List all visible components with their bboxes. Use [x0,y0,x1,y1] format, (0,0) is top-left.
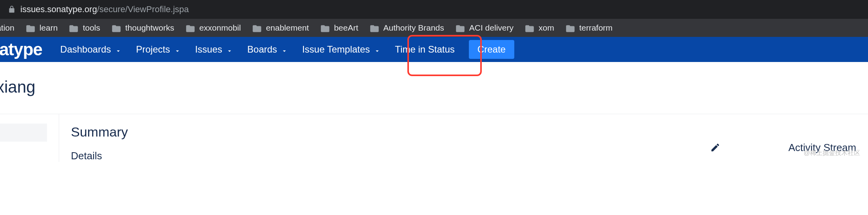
bookmark-item[interactable]: thoughtworks [111,23,174,33]
bookmark-item[interactable]: ACI delivery [455,23,514,33]
url-text[interactable]: issues.sonatype.org/secure/ViewProfile.j… [20,4,189,15]
create-button[interactable]: Create [469,40,514,59]
bookmark-label: exxonmobil [199,23,241,33]
bookmark-label: tools [83,23,100,33]
bookmark-item[interactable]: terraform [565,23,613,33]
chevron-down-icon [281,46,288,53]
nav-dashboards[interactable]: Dashboards [60,44,122,55]
folder-icon [185,24,195,32]
nav-label: Issue Templates [302,44,370,55]
url-path: /secure/ViewProfile.jspa [97,4,189,14]
nav-issues[interactable]: Issues [195,44,233,55]
bookmark-label: xom [539,23,554,33]
nav-projects[interactable]: Projects [136,44,181,55]
lock-icon [8,5,16,13]
content-row: Summary Details Activity Stream [0,114,868,162]
summary-heading: Summary [71,124,788,140]
folder-icon [320,24,330,32]
bookmark-label: ACI delivery [469,23,514,33]
bookmark-label: enablement [266,23,309,33]
nav-boards[interactable]: Boards [247,44,288,55]
pencil-icon[interactable] [710,142,720,154]
bookmark-item[interactable]: xom [524,23,554,33]
bookmark-item[interactable]: enablement [252,23,309,33]
page-body: xiang Summary Details Activity Stream @稀… [0,62,868,162]
folder-icon [69,24,79,32]
bookmark-label: thoughtworks [125,23,174,33]
bookmark-label: terraform [579,23,613,33]
nav-time-in-status[interactable]: Time in Status [395,44,455,55]
chevron-down-icon [226,46,233,53]
bookmark-label: learn [40,23,58,33]
folder-icon [25,24,36,32]
nav-label: Time in Status [395,44,455,55]
jira-nav: natype Dashboards Projects Issues Boards… [0,37,868,62]
bookmark-item[interactable]: learn [25,23,58,33]
nav-issue-templates[interactable]: Issue Templates [302,44,381,55]
bookmark-item[interactable]: Authority Brands [369,23,444,33]
bookmark-label: beeArt [334,23,358,33]
main-column: Summary Details [59,114,788,162]
folder-icon [369,24,380,32]
folder-icon [524,24,535,32]
sidebar-tab-active[interactable] [0,124,47,142]
bookmark-item[interactable]: ciation [0,23,14,33]
logo[interactable]: natype [0,40,42,59]
folder-icon [111,24,121,32]
folder-icon [565,24,575,32]
chevron-down-icon [174,46,181,53]
bookmark-label: ciation [0,23,14,33]
details-heading: Details [71,150,788,162]
bookmark-item[interactable]: exxonmobil [185,23,241,33]
nav-label: Boards [247,44,277,55]
nav-label: Dashboards [60,44,111,55]
bookmarks-bar: ciation learn tools thoughtworks exxonmo… [0,19,868,37]
address-bar: issues.sonatype.org/secure/ViewProfile.j… [0,0,868,19]
page-title: xiang [0,78,868,97]
folder-icon [252,24,262,32]
chevron-down-icon [115,46,122,53]
bookmark-label: Authority Brands [383,23,444,33]
folder-icon [455,24,465,32]
nav-label: Projects [136,44,170,55]
sidebar [0,114,59,162]
watermark: @稀土掘金技术社区 [804,149,860,157]
bookmark-item[interactable]: tools [69,23,100,33]
bookmark-item[interactable]: beeArt [320,23,358,33]
nav-label: Issues [195,44,222,55]
chevron-down-icon [374,46,381,53]
url-host: issues.sonatype.org [20,4,97,14]
